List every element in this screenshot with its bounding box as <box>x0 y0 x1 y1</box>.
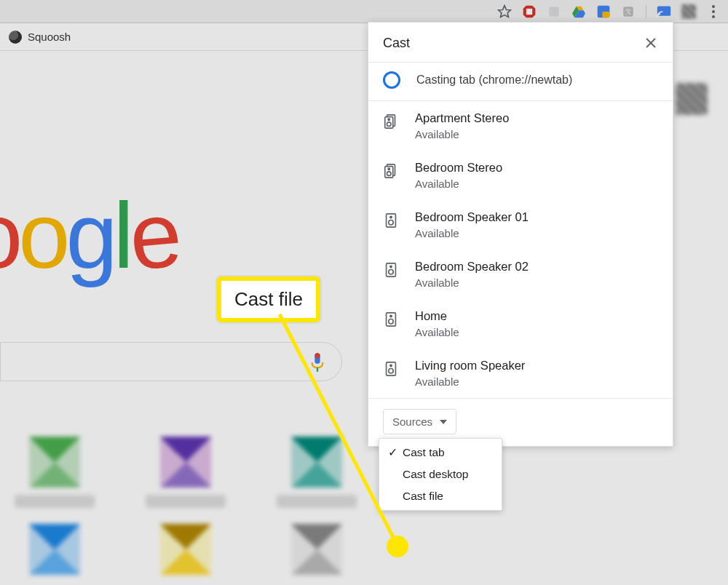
bookmark-item[interactable]: Squoosh <box>28 31 71 43</box>
device-name: Bedroom Stereo <box>415 161 502 175</box>
cast-device-row[interactable]: Home Available <box>368 299 673 349</box>
svg-point-31 <box>390 216 392 218</box>
callout-box: Cast file <box>217 276 320 322</box>
menu-item-cast-tab[interactable]: ✓ Cast tab <box>379 442 502 463</box>
svg-point-41 <box>389 369 393 373</box>
search-input[interactable] <box>0 342 342 381</box>
svg-marker-0 <box>499 6 511 17</box>
callout-label: Cast file <box>234 288 303 310</box>
device-status: Available <box>415 276 529 289</box>
device-status: Available <box>415 375 525 388</box>
caret-down-icon <box>440 420 447 424</box>
casting-active-icon <box>383 71 400 89</box>
speaker-group-icon <box>383 163 399 179</box>
cast-device-row[interactable]: Bedroom Stereo Available <box>368 151 673 200</box>
cast-device-row[interactable]: Bedroom Speaker 02 Available <box>368 250 673 299</box>
svg-rect-9 <box>602 12 609 17</box>
menu-item-cast-desktop[interactable]: Cast desktop <box>379 463 502 485</box>
shortcut-tile[interactable] <box>160 437 211 488</box>
svg-point-40 <box>390 365 392 366</box>
svg-point-28 <box>388 168 389 170</box>
svg-point-34 <box>390 266 392 267</box>
svg-point-13 <box>657 15 659 17</box>
drive-icon[interactable] <box>571 4 586 19</box>
toolbar-separator <box>646 5 646 18</box>
device-name: Living room Speaker <box>415 359 525 373</box>
google-logo: oogle <box>0 182 177 289</box>
svg-point-37 <box>390 315 392 317</box>
device-name: Home <box>415 309 459 323</box>
svg-rect-3 <box>549 7 559 17</box>
cast-device-row[interactable]: Bedroom Speaker 01 Available <box>368 200 673 250</box>
bookmark-favicon-icon <box>9 31 22 44</box>
shortcut-tiles <box>29 437 379 575</box>
callout-dot <box>387 536 408 557</box>
svg-point-14 <box>712 5 715 8</box>
browser-toolbar: ℛ <box>0 0 728 23</box>
device-name: Apartment Stereo <box>415 111 509 125</box>
shortcut-tile[interactable] <box>291 437 342 488</box>
speaker-icon <box>383 262 399 278</box>
kebab-menu-icon[interactable] <box>706 4 721 19</box>
svg-point-35 <box>389 270 393 274</box>
cast-device-row[interactable]: Apartment Stereo Available <box>368 101 673 151</box>
grey-extension-icon[interactable]: ℛ <box>621 4 636 19</box>
menu-item-cast-file[interactable]: Cast file <box>379 485 502 507</box>
svg-point-32 <box>389 220 393 225</box>
account-avatar[interactable] <box>676 83 708 115</box>
menu-item-label: Cast tab <box>403 446 445 459</box>
sources-button[interactable]: Sources <box>383 409 456 434</box>
svg-point-15 <box>712 10 715 13</box>
svg-point-16 <box>712 15 715 18</box>
cast-device-row[interactable]: Living room Speaker Available <box>368 349 673 398</box>
cast-footer: Sources ✓ Cast tab Cast desktop Cast fil… <box>368 398 673 446</box>
cast-popup: Cast Casting tab (chrome://newtab) Apart… <box>368 22 673 447</box>
cast-title: Cast <box>383 36 410 51</box>
casting-status-row[interactable]: Casting tab (chrome://newtab) <box>368 63 673 101</box>
sources-dropdown: ✓ Cast tab Cast desktop Cast file <box>379 438 502 511</box>
sources-label: Sources <box>392 415 432 428</box>
device-status: Available <box>415 178 502 190</box>
shortcut-tile[interactable] <box>291 524 342 575</box>
adblock-icon[interactable] <box>522 4 537 19</box>
device-status: Available <box>415 227 529 239</box>
mic-icon[interactable] <box>309 351 325 376</box>
extension-icon[interactable] <box>547 4 561 19</box>
device-name: Bedroom Speaker 02 <box>415 260 529 274</box>
shortcut-tile[interactable] <box>160 524 211 575</box>
check-icon: ✓ <box>387 446 398 459</box>
svg-point-38 <box>389 319 393 324</box>
speaker-icon <box>383 212 399 228</box>
menu-item-label: Cast desktop <box>403 468 468 481</box>
cast-toolbar-icon[interactable] <box>657 4 671 19</box>
close-button[interactable] <box>641 33 661 53</box>
shortcut-tile[interactable] <box>29 524 80 575</box>
profile-avatar-icon[interactable] <box>681 4 696 19</box>
shortcut-tile[interactable] <box>29 437 80 488</box>
svg-rect-2 <box>526 9 532 15</box>
svg-text:ℛ: ℛ <box>625 8 631 16</box>
speaker-icon <box>383 361 399 377</box>
speaker-icon <box>383 311 399 327</box>
svg-rect-18 <box>314 353 320 358</box>
device-name: Bedroom Speaker 01 <box>415 210 529 224</box>
device-status: Available <box>415 326 459 338</box>
device-status: Available <box>415 128 509 140</box>
star-icon[interactable] <box>497 4 512 19</box>
speaker-group-icon <box>383 114 399 130</box>
svg-marker-42 <box>440 420 447 424</box>
casting-status-label: Casting tab (chrome://newtab) <box>416 73 572 87</box>
menu-item-label: Cast file <box>403 490 443 503</box>
svg-point-24 <box>388 119 389 120</box>
tag-extension-icon[interactable] <box>596 4 611 19</box>
